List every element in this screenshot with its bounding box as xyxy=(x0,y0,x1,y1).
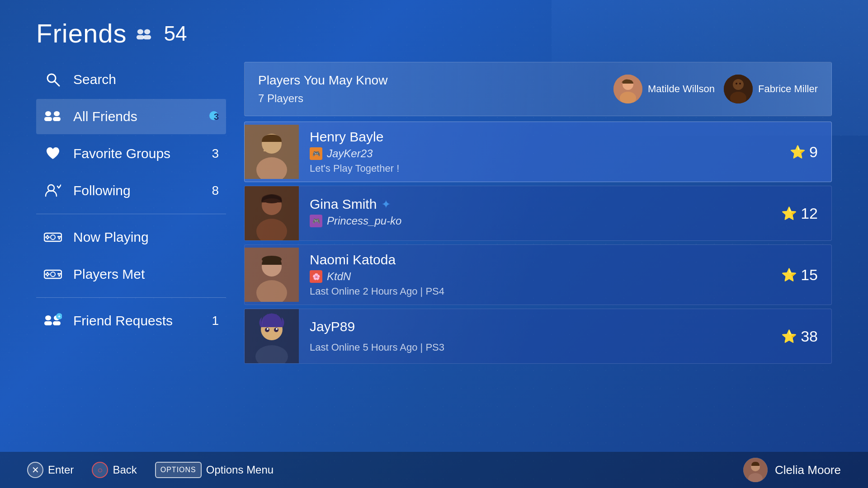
sidebar-item-following[interactable]: Following 8 xyxy=(36,173,226,208)
svg-text:+: + xyxy=(58,314,61,319)
henry-username-row: 🎮 JayKer23 xyxy=(310,147,779,160)
all-friends-count: 3 xyxy=(214,112,219,122)
sidebar-label-favorite-groups: Favorite Groups xyxy=(73,146,201,161)
banner-avatar-fabrice: Fabrice Miller xyxy=(724,75,818,103)
options-button[interactable]: OPTIONS xyxy=(155,462,202,478)
naomi-info: Naomi Katoda 🌸 KtdN Last Online 2 Hours … xyxy=(299,245,781,305)
back-control: ○ Back xyxy=(92,462,137,478)
sidebar-badge-friend-requests: 1 xyxy=(212,314,219,328)
banner-avatars: Matilde Willson Fabrice M xyxy=(613,75,818,103)
naomi-status: Last Online 2 Hours Ago | PS4 xyxy=(310,286,770,297)
svg-rect-2 xyxy=(144,29,150,34)
options-label: Options Menu xyxy=(206,464,274,476)
svg-rect-3 xyxy=(144,35,151,39)
banner-count: 7 Players xyxy=(258,92,604,105)
svg-point-26 xyxy=(48,273,50,275)
henry-name: Henry Bayle xyxy=(310,129,779,145)
svg-point-20 xyxy=(58,238,60,239)
banner-title-area: Players You May Know 7 Players xyxy=(258,73,604,105)
sidebar-item-players-met[interactable]: Players Met xyxy=(36,257,226,292)
jay-star-icon: ⭐ xyxy=(781,329,797,344)
svg-rect-8 xyxy=(54,111,60,116)
svg-point-27 xyxy=(57,273,59,275)
sidebar-item-all-friends[interactable]: All Friends 3 xyxy=(36,99,226,134)
bottom-controls: ✕ Enter ○ Back OPTIONS Options Menu xyxy=(27,462,274,478)
svg-rect-6 xyxy=(45,111,51,116)
sidebar-badge-favorite-groups: 3 xyxy=(212,146,219,161)
svg-rect-33 xyxy=(53,321,61,325)
svg-rect-31 xyxy=(44,321,52,325)
page-header: Friends 54 xyxy=(0,0,868,57)
henry-username: JayKer23 xyxy=(327,147,373,160)
jay-avatar xyxy=(245,309,299,363)
circle-button[interactable]: ○ xyxy=(92,462,108,478)
svg-rect-30 xyxy=(45,315,51,320)
svg-point-42 xyxy=(736,83,737,84)
svg-point-15 xyxy=(47,238,48,239)
svg-point-59 xyxy=(262,256,282,263)
bottom-bar: ✕ Enter ○ Back OPTIONS Options Menu xyxy=(0,452,868,488)
banner-title: Players You May Know xyxy=(258,73,604,88)
players-met-icon xyxy=(43,265,62,284)
svg-rect-7 xyxy=(44,117,52,121)
sidebar-label-all-friends: All Friends xyxy=(73,109,198,124)
svg-point-25 xyxy=(45,273,47,275)
options-control: OPTIONS Options Menu xyxy=(155,462,274,478)
naomi-name: Naomi Katoda xyxy=(310,252,770,267)
naomi-username-row: 🌸 KtdN xyxy=(310,270,770,283)
bottom-user-avatar xyxy=(743,458,768,482)
sidebar-item-favorite-groups[interactable]: Favorite Groups 3 xyxy=(36,136,226,171)
sidebar-label-search: Search xyxy=(73,72,219,87)
friend-item-henry[interactable]: Henry Bayle 🎮 JayKer23 Let's Play Togeth… xyxy=(244,122,832,182)
svg-point-28 xyxy=(59,273,61,275)
henry-info: Henry Bayle 🎮 JayKer23 Let's Play Togeth… xyxy=(299,122,790,182)
gina-stars: ⭐ 12 xyxy=(781,205,831,222)
henry-star-count: 9 xyxy=(809,143,818,161)
svg-point-14 xyxy=(47,235,48,237)
svg-point-23 xyxy=(47,272,48,274)
naomi-username: KtdN xyxy=(327,270,351,283)
sidebar-badge-following: 8 xyxy=(212,183,219,198)
jay-stars: ⭐ 38 xyxy=(781,328,831,345)
matilde-avatar xyxy=(613,75,642,103)
svg-point-40 xyxy=(733,79,744,90)
sidebar-item-search[interactable]: Search xyxy=(36,62,226,97)
svg-point-17 xyxy=(48,236,50,238)
gina-avatar xyxy=(245,186,299,240)
henry-star-icon: ⭐ xyxy=(790,145,806,160)
sidebar-label-following: Following xyxy=(73,183,201,198)
cross-button[interactable]: ✕ xyxy=(27,462,43,478)
ps-plus-icon-gina: ✦ xyxy=(381,197,391,211)
svg-line-5 xyxy=(55,81,59,86)
bottom-user: Clelia Moore xyxy=(743,458,841,482)
naomi-star-count: 15 xyxy=(801,266,818,284)
svg-text:🎮: 🎮 xyxy=(312,217,321,225)
friend-item-naomi[interactable]: Naomi Katoda 🌸 KtdN Last Online 2 Hours … xyxy=(244,244,832,305)
sidebar-label-friend-requests: Friend Requests xyxy=(73,313,201,328)
svg-point-29 xyxy=(58,275,60,277)
sidebar-item-now-playing[interactable]: Now Playing xyxy=(36,220,226,255)
svg-rect-47 xyxy=(264,150,266,151)
jay-status: Last Online 5 Hours Ago | PS3 xyxy=(310,342,770,353)
jay-star-count: 38 xyxy=(801,328,818,345)
svg-point-18 xyxy=(57,236,59,238)
matilde-name: Matilde Willson xyxy=(648,83,715,95)
players-know-banner[interactable]: Players You May Know 7 Players xyxy=(244,62,832,116)
sidebar-divider-1 xyxy=(36,214,226,214)
svg-point-16 xyxy=(45,236,47,238)
naomi-avatar xyxy=(245,248,299,302)
sidebar-item-friend-requests[interactable]: + Friend Requests 1 xyxy=(36,303,226,338)
fabrice-name: Fabrice Miller xyxy=(758,83,818,95)
svg-point-24 xyxy=(47,275,48,277)
henry-stars: ⭐ 9 xyxy=(790,143,831,161)
following-icon xyxy=(43,181,62,200)
friend-item-gina[interactable]: Gina Smith ✦ 🎮 Princess_pu-ko ⭐ 12 xyxy=(244,186,832,241)
enter-control: ✕ Enter xyxy=(27,462,74,478)
friend-item-jay[interactable]: ✕ xyxy=(244,309,832,364)
gina-game-icon: 🎮 xyxy=(310,215,322,227)
friends-icon xyxy=(136,25,153,42)
svg-point-13 xyxy=(51,235,55,239)
gina-username-row: 🎮 Princess_pu-ko xyxy=(310,215,770,227)
now-playing-icon xyxy=(43,228,62,247)
sidebar: Search All Friends xyxy=(36,57,226,452)
